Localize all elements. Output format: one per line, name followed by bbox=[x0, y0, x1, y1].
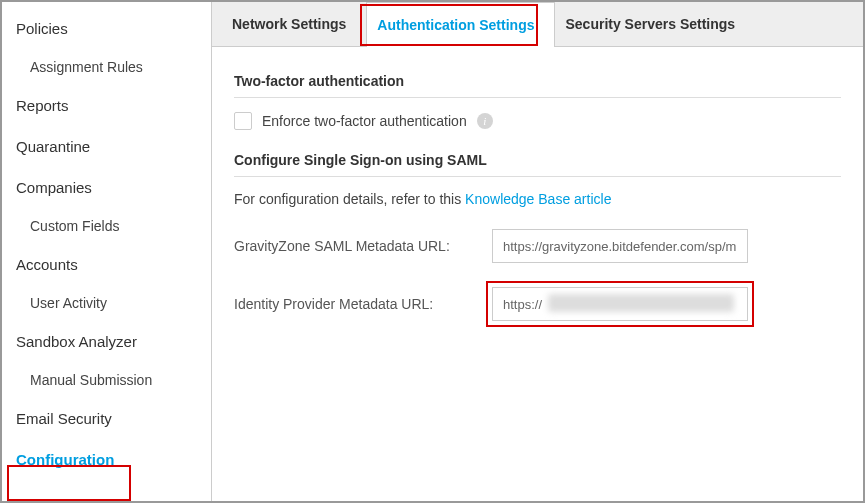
sidebar-item-email-security[interactable]: Email Security bbox=[2, 398, 211, 439]
sso-desc-text: For configuration details, refer to this bbox=[234, 191, 465, 207]
enforce-2fa-label: Enforce two-factor authentication bbox=[262, 113, 467, 129]
sidebar-item-companies[interactable]: Companies bbox=[2, 167, 211, 208]
idp-metadata-field-wrap bbox=[492, 287, 748, 321]
sidebar-sub-custom-fields[interactable]: Custom Fields bbox=[2, 208, 211, 244]
tab-bar: Network Settings Authentication Settings… bbox=[212, 2, 863, 47]
sidebar: Policies Assignment Rules Reports Quaran… bbox=[2, 2, 212, 501]
kb-article-link[interactable]: Knowledge Base article bbox=[465, 191, 611, 207]
idp-metadata-row: Identity Provider Metadata URL: bbox=[234, 287, 841, 321]
enforce-2fa-row: Enforce two-factor authentication i bbox=[234, 112, 841, 130]
annotation-highlight bbox=[360, 4, 538, 46]
gz-metadata-input[interactable] bbox=[492, 229, 748, 263]
sidebar-item-reports[interactable]: Reports bbox=[2, 85, 211, 126]
gz-metadata-label: GravityZone SAML Metadata URL: bbox=[234, 238, 492, 254]
sidebar-item-sandbox-analyzer[interactable]: Sandbox Analyzer bbox=[2, 321, 211, 362]
sidebar-sub-user-activity[interactable]: User Activity bbox=[2, 285, 211, 321]
info-icon[interactable]: i bbox=[477, 113, 493, 129]
gz-metadata-field-wrap bbox=[492, 229, 748, 263]
sidebar-item-quarantine[interactable]: Quarantine bbox=[2, 126, 211, 167]
tab-security-servers-settings[interactable]: Security Servers Settings bbox=[555, 2, 755, 46]
sidebar-sub-assignment-rules[interactable]: Assignment Rules bbox=[2, 49, 211, 85]
sidebar-item-accounts[interactable]: Accounts bbox=[2, 244, 211, 285]
sso-description: For configuration details, refer to this… bbox=[234, 191, 841, 207]
tab-network-settings[interactable]: Network Settings bbox=[222, 2, 366, 46]
annotation-highlight bbox=[7, 465, 131, 501]
enforce-2fa-checkbox[interactable] bbox=[234, 112, 252, 130]
app-window: Policies Assignment Rules Reports Quaran… bbox=[0, 0, 865, 503]
sidebar-item-policies[interactable]: Policies bbox=[2, 8, 211, 49]
section-title-sso: Configure Single Sign-on using SAML bbox=[234, 152, 841, 177]
annotation-highlight bbox=[486, 281, 754, 327]
gz-metadata-row: GravityZone SAML Metadata URL: bbox=[234, 229, 841, 263]
main-area: Network Settings Authentication Settings… bbox=[212, 2, 863, 501]
idp-metadata-label: Identity Provider Metadata URL: bbox=[234, 296, 492, 312]
sidebar-sub-manual-submission[interactable]: Manual Submission bbox=[2, 362, 211, 398]
section-title-twofa: Two-factor authentication bbox=[234, 73, 841, 98]
content-panel: Two-factor authentication Enforce two-fa… bbox=[212, 47, 863, 501]
